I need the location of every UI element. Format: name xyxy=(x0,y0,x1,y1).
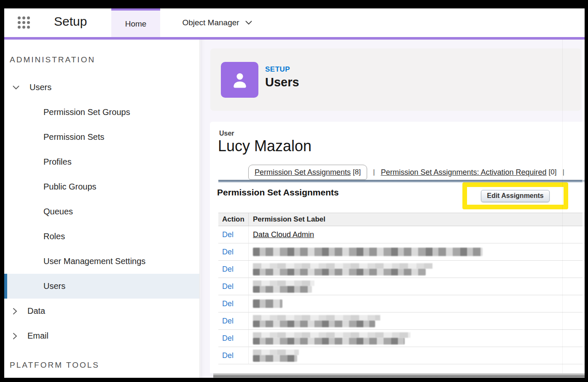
redacted-label xyxy=(253,263,426,275)
entity-label: User xyxy=(219,130,234,137)
chevron-down-icon xyxy=(245,21,252,25)
redacted-label xyxy=(253,299,282,308)
vertical-scrollbar-edge xyxy=(562,40,563,373)
page-header-eyebrow: SETUP xyxy=(265,65,290,74)
sidebar-item-permission-sets[interactable]: Permission Sets xyxy=(4,125,199,150)
edit-assignments-button[interactable]: Edit Assignments xyxy=(481,190,550,202)
sidebar-section-administration: ADMINISTRATION xyxy=(4,51,199,68)
sidebar-item-users[interactable]: Users xyxy=(4,274,199,299)
column-header-permission-set-label: Permission Set Label xyxy=(249,215,325,224)
horizontal-scrollbar[interactable] xyxy=(213,373,585,378)
user-avatar-icon xyxy=(221,62,258,98)
tab-permission-set-assignments[interactable]: Permission Set Assignments [8] xyxy=(248,165,367,180)
table-header-row: Action Permission Set Label xyxy=(218,213,585,226)
sidebar-item-permission-set-groups[interactable]: Permission Set Groups xyxy=(4,100,199,125)
sidebar-item-public-groups[interactable]: Public Groups xyxy=(4,174,199,199)
highlight-annotation: Edit Assignments xyxy=(462,182,568,209)
tab-activation-required[interactable]: Permission Set Assignments: Activation R… xyxy=(381,168,556,177)
redacted-label xyxy=(253,350,297,362)
record-name: Lucy Mazalon xyxy=(218,137,311,155)
page-title: Users xyxy=(265,75,299,89)
table-row: Del xyxy=(218,295,585,313)
sidebar-item-queues[interactable]: Queues xyxy=(4,199,199,224)
redacted-label xyxy=(253,280,312,293)
del-link[interactable]: Del xyxy=(222,230,234,239)
app-title: Setup xyxy=(54,14,87,29)
browser-viewport: Setup Home Object Manager ADMINISTRATION… xyxy=(4,8,585,378)
sidebar-section-platform-tools: PLATFORM TOOLS xyxy=(4,357,199,374)
permission-set-link[interactable]: Data Cloud Admin xyxy=(253,230,314,239)
column-header-action: Action xyxy=(218,213,249,226)
del-link[interactable]: Del xyxy=(222,334,234,343)
app-launcher-icon[interactable] xyxy=(18,16,31,29)
table-row: Del xyxy=(218,261,585,278)
tab-separator: | xyxy=(373,168,375,176)
tab-object-manager-label: Object Manager xyxy=(182,18,239,27)
table-row: Del xyxy=(218,330,585,347)
sidebar-item-email-group[interactable]: Email xyxy=(4,323,199,348)
redacted-label xyxy=(253,248,483,256)
sidebar-item-user-management-settings[interactable]: User Management Settings xyxy=(4,249,199,274)
setup-header-bar: Setup Home Object Manager xyxy=(4,8,585,37)
table-row: Del xyxy=(218,347,585,364)
del-link[interactable]: Del xyxy=(222,351,234,360)
del-link[interactable]: Del xyxy=(222,299,234,308)
page-header-card: SETUP Users xyxy=(210,48,581,111)
sidebar-item-roles[interactable]: Roles xyxy=(4,224,199,249)
table-row: Del Data Cloud Admin xyxy=(218,226,585,243)
permission-set-table: Action Permission Set Label Del Data Clo… xyxy=(218,213,585,364)
sidebar-item-users-group[interactable]: Users xyxy=(4,75,199,100)
vertical-scrollbar-track[interactable] xyxy=(582,40,585,373)
del-link[interactable]: Del xyxy=(222,317,234,326)
sidebar-item-data-group[interactable]: Data xyxy=(4,299,199,323)
redacted-label xyxy=(253,315,375,327)
related-list-tabs: Permission Set Assignments [8] | Permiss… xyxy=(248,165,570,180)
tab-separator: | xyxy=(563,168,564,176)
chevron-right-icon xyxy=(13,333,17,339)
table-row: Del xyxy=(218,278,585,295)
table-row: Del xyxy=(218,243,585,261)
setup-sidebar: ADMINISTRATION Users Permission Set Grou… xyxy=(4,40,200,378)
user-detail-card: User Lucy Mazalon Permission Set Assignm… xyxy=(210,122,585,373)
sidebar-item-profiles[interactable]: Profiles xyxy=(4,150,199,174)
chevron-down-icon xyxy=(13,85,19,90)
chevron-right-icon xyxy=(13,308,17,315)
del-link[interactable]: Del xyxy=(222,265,234,274)
setup-main-area: SETUP Users User Lucy Mazalon Permission… xyxy=(200,40,585,378)
related-list-title: Permission Set Assignments xyxy=(217,187,339,198)
del-link[interactable]: Del xyxy=(222,248,234,256)
tab-home[interactable]: Home xyxy=(111,8,160,37)
redacted-label xyxy=(253,332,405,345)
del-link[interactable]: Del xyxy=(222,282,234,291)
tab-object-manager[interactable]: Object Manager xyxy=(160,8,274,37)
table-row: Del xyxy=(218,313,585,330)
tab-home-label: Home xyxy=(125,19,147,29)
